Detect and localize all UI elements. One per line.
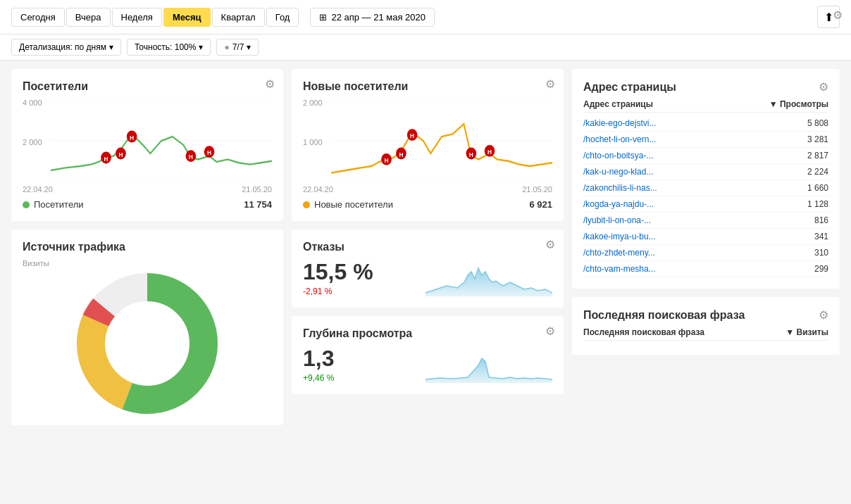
traffic-subtitle: Визиты [23,259,272,267]
tab-month[interactable]: Месяц [163,8,211,27]
new-visitors-y-mid: 1 000 [303,138,323,146]
address-page-title: Адрес страницы [583,81,676,94]
visitors-legend: Посетители 11 754 [23,199,272,210]
visitors-legend-item: Посетители [23,199,84,210]
page-views-5: 1 128 [807,199,828,209]
view-depth-title: Глубина просмотра [303,327,552,340]
last-search-card: Последняя поисковая фраза ⚙ Последняя по… [572,297,840,355]
view-depth-gear-icon[interactable]: ⚙ [545,325,555,338]
svg-text:H: H [399,151,403,158]
tab-quarter[interactable]: Квартал [212,8,265,27]
svg-text:H: H [104,155,108,163]
table-row: /zakonchilis-li-nas... 1 660 [583,180,828,196]
new-visitors-title: Новые посетители [303,80,552,93]
table-row: /chto-on-boitsya-... 2 817 [583,148,828,164]
visitors-legend-label: Посетители [34,199,84,210]
page-views-0: 5 808 [807,118,828,128]
page-url-9[interactable]: /chto-vam-mesha... [583,264,656,274]
table-row: /kogda-ya-najdu-... 1 128 [583,196,828,213]
table-row: /kakie-ego-dejstvi... 5 808 [583,115,828,132]
last-search-gear-icon[interactable]: ⚙ [819,308,828,322]
address-page-gear-icon[interactable]: ⚙ [819,80,828,94]
svg-text:H: H [384,157,388,165]
visitors-value: 11 754 [244,199,272,210]
visitors-date-start: 22.04.20 [23,185,53,194]
tab-yesterday[interactable]: Вчера [66,8,111,27]
visitors-gear-icon[interactable]: ⚙ [265,77,275,91]
new-visitors-dates: 22.04.20 21.05.20 [303,185,552,194]
new-visitors-gear-icon[interactable]: ⚙ [545,77,555,91]
page-url-3[interactable]: /kak-u-nego-klad... [583,167,653,177]
table-row: /kak-u-nego-klad... 2 224 [583,164,828,180]
bounce-rate-card: Отказы ⚙ 15,5 % -2,91 % [292,229,564,308]
page-views-8: 310 [814,248,828,258]
new-visitors-legend-item: Новые посетители [303,199,393,210]
col-views-header: ▼ Просмотры [769,99,828,109]
filter-bar: Детализация: по дням ▾ Точность: 100% ▾ … [0,34,851,61]
page-views-1: 3 281 [807,134,828,144]
address-page-card: Адрес страницы ⚙ Адрес страницы ▼ Просмо… [572,69,840,289]
visitors-date-end: 21.05.20 [242,185,272,194]
circle-icon: ● [224,42,229,52]
traffic-source-gear-icon[interactable]: ⚙ [833,8,843,22]
date-range-label: 22 апр — 21 мая 2020 [331,12,426,23]
svg-marker-32 [426,358,552,383]
donut-chart-area [23,273,272,414]
page-views-2: 2 817 [807,151,828,160]
chevron-down-icon: ▾ [109,42,113,52]
new-visitors-legend-label: Новые посетители [314,199,393,210]
col-address-header: Адрес страницы [583,99,653,109]
accuracy-button[interactable]: Точность: 100% ▾ [127,39,211,56]
visitors-y-top: 4 000 [23,99,42,107]
page-url-8[interactable]: /chto-zhdet-meny... [583,248,655,258]
page-views-7: 341 [814,232,828,241]
table-row: /lyubit-li-on-ona-... 816 [583,213,828,229]
page-url-5[interactable]: /kogda-ya-najdu-... [583,199,654,209]
new-visitors-legend-dot [303,201,310,208]
last-search-header: Последняя поисковая фраза ⚙ [583,308,828,322]
svg-point-30 [116,312,179,375]
visitors-legend-dot [23,201,30,208]
page-url-2[interactable]: /chto-on-boitsya-... [583,151,653,160]
svg-text:H: H [469,151,473,158]
view-depth-card: Глубина просмотра ⚙ 1,3 +9,46 % [292,316,564,394]
svg-text:H: H [118,151,123,158]
svg-text:H: H [130,134,134,141]
page-url-0[interactable]: /kakie-ego-dejstvi... [583,118,656,128]
svg-marker-31 [426,268,552,296]
page-views-9: 299 [814,264,828,274]
tab-week[interactable]: Неделя [112,8,162,27]
svg-text:H: H [410,132,414,140]
detalization-label: Детализация: по дням [19,42,106,52]
table-row: /chto-zhdet-meny... 310 [583,245,828,261]
right-column: Адрес страницы ⚙ Адрес страницы ▼ Просмо… [572,69,840,425]
new-visitors-card: Новые посетители ⚙ 2 000 1 000 H H H H [292,69,564,221]
top-bar-left: Сегодня Вчера Неделя Месяц Квартал Год ⊞… [11,8,435,27]
bounce-rate-gear-icon[interactable]: ⚙ [545,238,555,251]
address-page-header: Адрес страницы ⚙ [583,80,828,94]
date-range-button[interactable]: ⊞ 22 апр — 21 мая 2020 [310,8,435,27]
page-url-4[interactable]: /zakonchilis-li-nas... [583,183,657,193]
table-row: /kakoe-imya-u-bu... 341 [583,229,828,245]
col-phrase-header: Последняя поисковая фраза [583,327,704,337]
visitors-chart: H H H H H [51,99,272,183]
donut-chart [77,273,218,414]
traffic-source-title: Источник трафика [23,241,272,253]
tab-year[interactable]: Год [266,8,299,27]
tab-today[interactable]: Сегодня [11,8,65,27]
middle-bottom: Отказы ⚙ 15,5 % -2,91 % [292,229,564,425]
page-views-3: 2 224 [807,167,828,177]
table-row: /chto-vam-mesha... 299 [583,261,828,277]
table-row: /hochet-li-on-vern... 3 281 [583,132,828,148]
chevron-down-icon-3: ▾ [247,42,251,52]
segments-button[interactable]: ● 7/7 ▾ [216,39,259,56]
page-url-6[interactable]: /lyubit-li-on-ona-... [583,215,651,225]
page-url-1[interactable]: /hochet-li-on-vern... [583,134,656,144]
svg-text:H: H [189,153,193,161]
page-url-7[interactable]: /kakoe-imya-u-bu... [583,232,656,241]
page-views-4: 1 660 [807,183,828,193]
visitors-title: Посетители [23,80,272,93]
visitors-dates: 22.04.20 21.05.20 [23,185,272,194]
accuracy-label: Точность: 100% [135,42,196,52]
detalization-button[interactable]: Детализация: по дням ▾ [11,39,121,56]
